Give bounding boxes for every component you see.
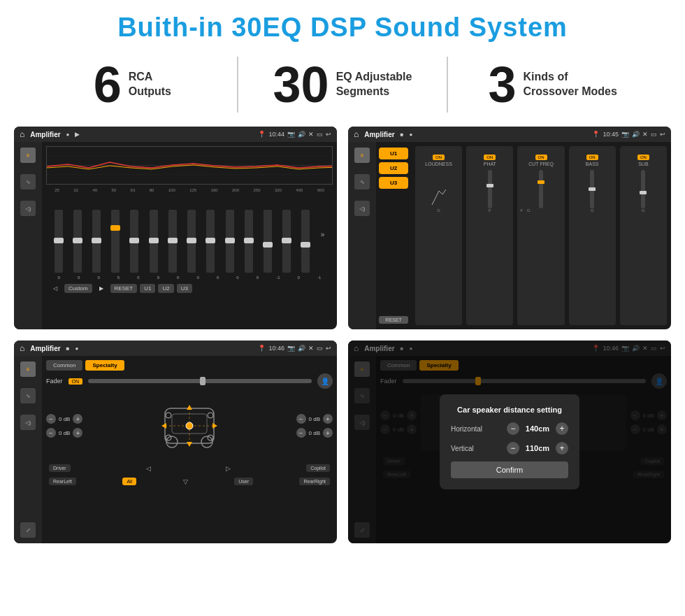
home-icon[interactable]: ⌂ [20,129,24,139]
home-icon-2[interactable]: ⌂ [354,129,359,139]
slider-14[interactable] [301,210,310,273]
svg-point-11 [208,413,213,418]
db-plus-tl[interactable]: + [73,414,82,424]
page-title: Buith-in 30EQ DSP Sound System [0,0,685,50]
modal-vertical-controls: − 110cm + [507,442,568,454]
next-button[interactable]: ▶ [95,284,108,293]
phat-slider[interactable] [469,166,510,208]
wave-icon-3[interactable]: ∿ [20,388,36,403]
sub-slider[interactable] [623,166,664,208]
reset-button[interactable]: RESET [110,284,138,293]
preset-u2[interactable]: U2 [379,162,408,174]
slider-8[interactable] [187,210,196,273]
close-icon-3[interactable]: ✕ [308,345,314,352]
bass-on-badge[interactable]: ON [586,155,598,160]
horizontal-minus-btn[interactable]: − [507,422,519,435]
wave-icon[interactable]: ∿ [20,174,36,189]
db-plus-tr[interactable]: + [323,414,333,424]
horizontal-plus-btn[interactable]: + [556,422,568,435]
slider-6[interactable] [150,210,158,273]
right-arrow[interactable]: ▷ [226,465,231,472]
user-btn[interactable]: User [234,478,253,485]
rearright-btn[interactable]: RearRight [299,478,330,485]
stat-crossover-desc2: Crossover Modes [524,85,617,99]
u3-button[interactable]: U3 [177,284,192,293]
location-icon: 📍 [258,131,266,138]
db-plus-br[interactable]: + [323,428,333,438]
slider-5[interactable] [130,210,138,273]
speaker-icon-2[interactable]: ◁) [354,201,370,216]
sub-scale: G [623,208,664,213]
sub-on-badge[interactable]: ON [637,155,649,160]
custom-label: Custom [64,284,92,293]
db-control-br: − 0 dB + [296,428,333,438]
fader-label: Fader [46,378,63,385]
prev-button[interactable]: ◁ [49,284,62,293]
fader-on-badge[interactable]: ON [68,378,83,385]
expand-icon-3[interactable]: ⤢ [20,522,36,538]
fader-row: Fader ON 👤 [46,373,333,389]
slider-11[interactable] [245,210,253,273]
back-icon-3[interactable]: ↩ [326,345,331,352]
fader-slider[interactable] [88,379,312,383]
more-icon[interactable]: » [321,231,325,238]
window-icon[interactable]: ▭ [317,131,323,138]
tab-common[interactable]: Common [46,360,82,371]
cutfreq-slider[interactable] [520,166,561,208]
slider-12[interactable] [264,210,272,273]
window-icon-2[interactable]: ▭ [651,131,657,138]
rearleft-btn[interactable]: RearLeft [49,478,76,485]
modal-title: Car speaker distance setting [451,406,568,414]
driver-btn[interactable]: Driver [49,464,71,472]
speaker-icon[interactable]: ◁) [20,201,36,216]
location-icon-2: 📍 [592,131,600,138]
back-icon[interactable]: ↩ [326,131,331,138]
vertical-plus-btn[interactable]: + [556,442,568,454]
down-arrow[interactable]: ▽ [183,478,188,485]
eq-icon-3[interactable]: ≡ [20,361,36,377]
db-minus-tl[interactable]: − [46,414,56,424]
u1-button[interactable]: U1 [140,284,155,293]
tab-specialty[interactable]: Specialty [85,360,124,371]
eq-icon[interactable]: ≡ [20,148,36,163]
db-minus-br[interactable]: − [296,428,306,438]
bass-slider[interactable] [572,166,613,208]
preset-u1[interactable]: U1 [379,148,408,159]
u2-button[interactable]: U2 [158,284,173,293]
close-icon[interactable]: ✕ [308,131,314,138]
vertical-minus-btn[interactable]: − [507,442,519,454]
bottom-labels-2: RearLeft All ▽ User RearRight [46,476,333,487]
speaker-icon-3[interactable]: ◁) [20,415,36,430]
screen2-amp: ⌂ Amplifier ■ ● 📍 10:45 📷 🔊 ✕ ▭ ↩ ≡ ∿ ◁) [348,127,671,329]
preset-buttons: U1 U2 U3 RESET [376,142,411,329]
phat-on-badge[interactable]: ON [484,155,496,160]
window-icon-3[interactable]: ▭ [317,345,323,352]
slider-13[interactable] [282,210,291,273]
eq-icon-2[interactable]: ≡ [354,148,370,163]
preset-u3[interactable]: U3 [379,177,408,189]
db-plus-bl[interactable]: + [73,428,82,438]
svg-marker-16 [161,423,166,429]
wave-icon-2[interactable]: ∿ [354,174,370,189]
slider-9[interactable] [206,210,215,273]
amp2-reset-button[interactable]: RESET [379,316,408,324]
slider-1[interactable] [55,210,63,273]
slider-10[interactable] [226,210,234,273]
slider-3[interactable] [92,210,101,273]
loudness-on-badge[interactable]: ON [433,155,445,160]
confirm-button[interactable]: Confirm [451,461,568,478]
cutfreq-on-badge[interactable]: ON [535,155,547,160]
db-control-tr: − 0 dB + [296,414,333,424]
copilot-btn[interactable]: Copilot [306,464,330,472]
slider-2[interactable] [73,210,82,273]
home-icon-3[interactable]: ⌂ [20,343,24,353]
back-icon-2[interactable]: ↩ [660,131,665,138]
all-btn[interactable]: All [122,478,136,485]
db-minus-tr[interactable]: − [296,414,306,424]
slider-4[interactable] [111,210,120,273]
close-icon-2[interactable]: ✕ [642,131,648,138]
db-minus-bl[interactable]: − [46,428,56,438]
time-display-3: 10:46 [268,345,284,352]
left-arrow[interactable]: ◁ [146,465,151,472]
slider-7[interactable] [168,210,177,273]
